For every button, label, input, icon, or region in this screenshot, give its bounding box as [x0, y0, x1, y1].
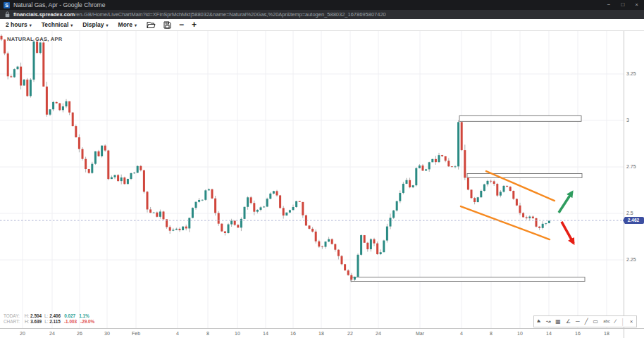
today-stats-row: TODAY:H: 2.504L: 2.4060.0271.1%	[4, 313, 94, 319]
interval-dropdown[interactable]: 2 hours ▾	[6, 21, 32, 28]
time-tick-label: 18	[598, 331, 615, 336]
time-tick-label: 14	[257, 331, 274, 336]
price-tick-label: 2.5	[626, 211, 633, 215]
chevron-down-icon: ▾	[135, 23, 137, 27]
today-change: 0.027	[64, 313, 75, 318]
window-titlebar: S Natural Gas, Apr - Google Chrome − □ ×	[0, 0, 644, 10]
chart-change-pct: -29.0%	[80, 319, 94, 324]
current-price-badge: 2.462	[623, 217, 644, 224]
chevron-down-icon: ▾	[70, 23, 73, 27]
chevron-down-icon: ▾	[106, 23, 109, 27]
display-dropdown[interactable]: Display ▾	[82, 21, 108, 28]
price-stats: TODAY:H: 2.504L: 2.4060.0271.1% CHART:H:…	[4, 313, 94, 325]
symbol-label: NATURAL GAS, APR	[7, 36, 62, 42]
time-tick-label: Feb	[128, 331, 144, 336]
save-icon	[163, 21, 171, 29]
time-tick-label: Mar	[411, 331, 428, 336]
trendline-tool-icon[interactable]: ╱	[585, 316, 588, 327]
candlestick-chart[interactable]	[0, 31, 624, 328]
time-tick-label: 8	[199, 331, 216, 336]
time-tick-label: 18	[313, 331, 330, 336]
time-tick-label: 4	[453, 331, 470, 336]
price-axis[interactable]: 3.2532.752.52.25	[624, 31, 644, 338]
maximize-button[interactable]: □	[621, 0, 624, 10]
today-low: 2.406	[49, 313, 61, 318]
angle-tool-icon[interactable]: ∠	[566, 316, 571, 327]
save-chart-button[interactable]	[163, 21, 171, 29]
chart-area: 3.2532.752.52.25 20242630Feb481014161822…	[0, 31, 644, 338]
url-path: /en-GB/Home/LiveChartMain?id=XFinSprMchM…	[75, 11, 386, 18]
today-change-pct: 1.1%	[79, 313, 89, 318]
browser-window: S Natural Gas, Apr - Google Chrome − □ ×…	[0, 0, 644, 338]
time-tick-label: 24	[44, 331, 61, 336]
chart-high: 3.639	[30, 319, 42, 324]
time-tick-label: 26	[71, 331, 88, 336]
time-tick-label: 30	[99, 331, 116, 336]
url-domain: financials.spreadex.com	[13, 11, 75, 18]
chart-low: 2.115	[49, 319, 61, 324]
drawing-toolbar: ▶↝▦∠─╱▭abc∕│×	[533, 315, 637, 327]
price-tick-label: 2.75	[626, 164, 636, 169]
cursor-tool-icon[interactable]: ▶	[535, 316, 543, 327]
close-button[interactable]: ×	[635, 0, 638, 10]
time-tick-label: 4	[169, 331, 186, 336]
price-tick-label: 2.25	[626, 257, 636, 262]
time-tick-label: 10	[229, 331, 246, 336]
time-tick-label: 24	[370, 331, 387, 336]
time-axis[interactable]: 20242630Feb48101416182224Mar4810141618	[0, 330, 644, 338]
folder-icon	[147, 21, 156, 29]
time-tick-label: 10	[512, 331, 528, 336]
grid-tool-icon[interactable]: ▦	[555, 316, 561, 327]
close-drawbar-button[interactable]: ×	[630, 316, 633, 327]
toolbar-divider: │	[621, 318, 625, 325]
chart-change: -1.003	[64, 319, 77, 324]
url-text: financials.spreadex.com/en-GB/Home/LiveC…	[13, 11, 386, 18]
window-title: Natural Gas, Apr - Google Chrome	[13, 1, 105, 8]
chart-label: CHART:	[4, 319, 20, 324]
text-tool-icon[interactable]: abc	[603, 316, 610, 327]
price-tick-label: 3	[626, 118, 629, 123]
time-tick-label: 16	[285, 331, 302, 336]
x-axis-line	[0, 328, 644, 329]
ray-tool-icon[interactable]: ∕	[615, 316, 616, 327]
today-high: 2.504	[30, 313, 42, 318]
chart-toolbar: 2 hours ▾ Technical ▾ Display ▾ More ▾	[0, 19, 644, 31]
minimize-button[interactable]: −	[607, 0, 611, 10]
zoom-in-button[interactable]: +	[192, 21, 197, 28]
interval-dropdown-label: 2 hours	[6, 21, 27, 28]
more-dropdown[interactable]: More ▾	[118, 21, 137, 28]
more-dropdown-label: More	[118, 21, 132, 28]
time-tick-label: 22	[342, 331, 359, 336]
horizontal-line-tool-icon[interactable]: ─	[576, 316, 580, 327]
lock-icon	[5, 11, 10, 18]
technical-dropdown-label: Technical	[42, 21, 69, 28]
chevron-down-icon: ▾	[30, 23, 32, 27]
time-tick-label: 20	[14, 331, 31, 336]
chart-stats-row: CHART:H: 3.639L: 2.115-1.003-29.0%	[4, 319, 94, 325]
display-dropdown-label: Display	[82, 21, 104, 28]
time-tick-label: 14	[540, 331, 557, 336]
freehand-tool-icon[interactable]: ↝	[546, 316, 551, 327]
site-favicon-icon: S	[4, 2, 10, 8]
time-tick-label: 16	[569, 331, 586, 336]
url-bar[interactable]: financials.spreadex.com/en-GB/Home/LiveC…	[0, 10, 644, 19]
time-tick-label: 8	[483, 331, 500, 336]
price-tick-label: 3.25	[626, 71, 636, 76]
today-label: TODAY:	[4, 313, 20, 318]
rectangle-tool-icon[interactable]: ▭	[593, 316, 599, 327]
zoom-out-button[interactable]: −	[179, 21, 184, 28]
technical-dropdown[interactable]: Technical ▾	[42, 21, 73, 28]
open-chart-button[interactable]	[147, 21, 156, 29]
